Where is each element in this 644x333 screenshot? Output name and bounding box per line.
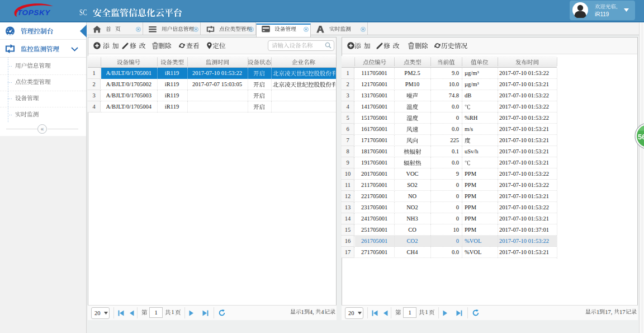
svg-text:TOPSKY: TOPSKY bbox=[17, 8, 51, 17]
